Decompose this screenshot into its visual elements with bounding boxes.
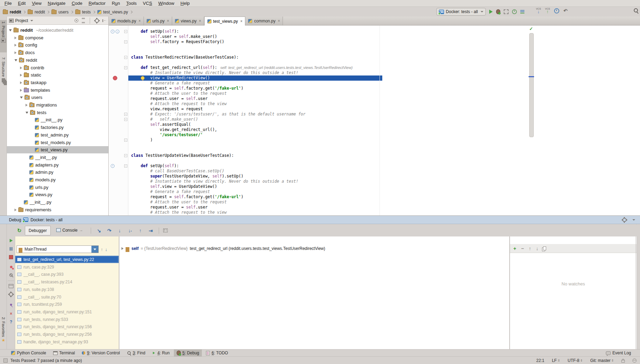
menu-window[interactable]: Window <box>155 1 177 6</box>
chevron-down-icon[interactable] <box>14 59 17 61</box>
editor-gutter[interactable]: ↑↓−−−−−−−−↑− <box>109 26 128 215</box>
chevron-right-icon[interactable] <box>26 104 28 107</box>
execution-line-stripe-mark[interactable] <box>529 76 534 77</box>
fold-toggle-icon[interactable]: − <box>124 154 127 157</box>
code-line[interactable]: view.get_redirect_url(), <box>128 127 217 132</box>
frame-row[interactable]: run_tests, django_test_runner.py:256 <box>15 331 119 338</box>
intention-bulb-icon[interactable] <box>141 76 145 80</box>
tree-item-admin-py[interactable]: admin.py <box>7 169 108 176</box>
show-coverage-button[interactable] <box>520 10 524 11</box>
hide-toolwindow-button[interactable] <box>632 219 635 221</box>
tree-item-tests[interactable]: tests <box>7 109 108 116</box>
hector-inspector-icon[interactable] <box>632 358 637 363</box>
close-tab-icon[interactable]: × <box>240 19 243 23</box>
tree-item-__init__-py[interactable]: __init__.py <box>7 154 108 161</box>
frame-down-button[interactable]: ↓ <box>105 247 108 252</box>
inspections-ok-icon[interactable]: ✓ <box>529 26 533 31</box>
search-everywhere-button[interactable] <box>634 8 638 12</box>
pin-tab-button[interactable] <box>8 302 14 307</box>
fold-toggle-icon[interactable]: − <box>124 30 127 33</box>
tree-item-test_models-py[interactable]: test_models.py <box>7 139 108 146</box>
code-line[interactable]: # Attach the request to the view <box>128 210 227 215</box>
code-line[interactable]: # Attach the request to the view <box>128 101 227 107</box>
code-line[interactable]: def setUp(self): <box>128 163 179 169</box>
fold-toggle-icon[interactable]: − <box>124 40 127 43</box>
code-line[interactable]: super(TestUserUpdateView, self).setUp() <box>128 174 243 179</box>
chevron-right-icon[interactable] <box>20 81 22 84</box>
frame-row[interactable]: run, case.py:329 <box>15 263 119 271</box>
rollback-button[interactable]: ↶ <box>563 8 568 13</box>
duplicate-watch-button[interactable] <box>543 246 546 250</box>
menu-refactor[interactable]: Refactor <box>86 1 109 6</box>
code-line[interactable]: ) <box>128 138 152 143</box>
frame-row[interactable]: __call__, testcases.py:214 <box>15 278 119 285</box>
settings-gear-icon[interactable] <box>8 292 14 297</box>
breadcrumb-item[interactable]: tests <box>75 10 91 14</box>
chevron-right-icon[interactable] <box>14 37 17 39</box>
toolwindow-button-python-console[interactable]: Python Console <box>8 350 49 357</box>
close-button[interactable]: × <box>8 311 14 316</box>
code-line[interactable] <box>128 148 131 153</box>
code-line[interactable] <box>128 143 131 148</box>
event-log-button[interactable]: Event Log <box>603 350 634 357</box>
menu-vcs[interactable]: VCS <box>140 1 155 6</box>
coverage-button[interactable] <box>504 9 509 14</box>
chevron-down-icon[interactable] <box>20 97 23 99</box>
code-line[interactable]: self.factory = RequestFactory() <box>128 39 224 44</box>
frame-row[interactable]: __call__, suite.py:70 <box>15 293 119 301</box>
chevron-right-icon[interactable] <box>14 44 17 47</box>
expand-icon[interactable] <box>121 247 124 250</box>
fold-toggle-icon[interactable]: − <box>124 56 127 59</box>
code-line[interactable]: # Instantiate the view directly. Never d… <box>128 70 298 75</box>
locate-file-button[interactable] <box>75 19 78 22</box>
hide-panel-button[interactable] <box>102 19 106 22</box>
tree-item-config[interactable]: config <box>7 41 108 49</box>
mute-breakpoints-button[interactable] <box>8 272 14 278</box>
tree-item-static[interactable]: static <box>7 71 108 79</box>
scroll-from-source-button[interactable] <box>82 18 85 23</box>
chevron-right-icon[interactable] <box>20 67 22 69</box>
menu-file[interactable]: File <box>1 1 15 6</box>
code-line[interactable]: self.view = UserUpdateView() <box>128 184 217 189</box>
code-line[interactable]: self.assertEqual( <box>128 122 191 127</box>
project-panel-title[interactable]: Project <box>9 18 33 23</box>
code-line[interactable]: def setUp(self): <box>128 29 179 34</box>
code-line[interactable]: class TestUserRedirectView(BaseUserTestC… <box>128 55 239 60</box>
code-line[interactable]: request = self.factory.get('/fake-url') <box>128 194 243 200</box>
menu-navigate[interactable]: Navigate <box>45 1 68 6</box>
watches-scrollbar[interactable] <box>636 236 636 349</box>
breadcrumb-item[interactable]: users <box>51 10 68 14</box>
tree-item-docs[interactable]: docs <box>7 49 108 56</box>
move-watch-down-button[interactable]: ↓ <box>536 246 538 251</box>
encoding-widget[interactable]: UTF-8⇕ <box>568 358 583 363</box>
editor-tab-urls-py[interactable]: urls.py× <box>144 17 172 25</box>
code-line[interactable]: def test_get_redirect_url(self): self: t… <box>128 65 353 70</box>
rerun-button[interactable]: ↻ <box>17 228 22 233</box>
tool-button-project[interactable]: 1: Project <box>0 20 7 52</box>
code-line[interactable] <box>128 44 131 50</box>
git-branch-widget[interactable]: Git: master⇕ <box>590 358 614 363</box>
tool-button-structure[interactable]: 7: Structure <box>0 56 7 92</box>
breadcrumb-item[interactable]: reddit <box>3 10 21 14</box>
gear-icon[interactable] <box>95 19 99 23</box>
breakpoint-icon[interactable] <box>113 76 117 80</box>
vcs-commit-button[interactable]: VCS↑ <box>545 8 550 13</box>
close-tab-icon[interactable]: × <box>199 19 201 23</box>
remove-watch-button[interactable]: − <box>521 246 524 251</box>
code-line[interactable]: # self.make_user() <box>128 117 198 122</box>
fold-toggle-icon[interactable]: − <box>124 118 127 121</box>
code-line[interactable]: # Generate a fake request <box>128 189 210 194</box>
toolwindow-button-6-todo[interactable]: 6: TODO <box>203 350 231 357</box>
code-line[interactable]: # Instantiate the view directly. Never d… <box>128 179 298 184</box>
tool-button-favorites[interactable]: 2: Favorites ★ <box>0 316 7 352</box>
chevron-right-icon[interactable] <box>14 51 17 54</box>
chevron-right-icon[interactable] <box>20 74 22 77</box>
tree-item-migrations[interactable]: migrations <box>7 101 108 109</box>
chevron-down-icon[interactable] <box>9 29 12 31</box>
move-watch-up-button[interactable]: ↑ <box>529 246 531 251</box>
menu-edit[interactable]: Edit <box>15 1 29 6</box>
tree-item-reddit[interactable]: reddit~/cookiecutter/reddit <box>7 27 108 34</box>
code-line[interactable]: # Attach the user to the request <box>128 200 227 205</box>
toolwindow-button-terminal[interactable]: Terminal <box>50 350 78 357</box>
run-config-selector[interactable]: Docker: tests - all <box>436 8 486 16</box>
